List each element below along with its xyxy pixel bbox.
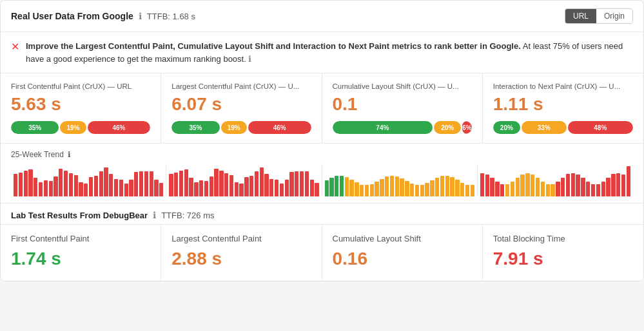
- trend-bar-1-20: [269, 179, 273, 196]
- trend-bar-1-16: [249, 176, 253, 196]
- lab-metric-card-1: Largest Contentful Paint2.88 s: [161, 224, 322, 281]
- trend-bar-1-2: [179, 171, 183, 196]
- crux-metric-bar-3: 20%33%48%: [493, 121, 633, 134]
- trend-bar-0-22: [124, 184, 128, 197]
- origin-toggle-button[interactable]: Origin: [596, 9, 632, 23]
- alert-text: Improve the Largest Contentful Paint, Cu…: [26, 40, 633, 65]
- trend-bar-2-22: [435, 178, 439, 196]
- trend-bar-3-24: [601, 182, 605, 196]
- trend-bar-2-18: [415, 185, 419, 196]
- trend-bar-1-10: [219, 171, 223, 196]
- trend-bar-0-29: [159, 183, 163, 196]
- trend-bar-0-23: [129, 180, 133, 196]
- trend-bar-1-25: [295, 171, 298, 196]
- trend-header: 25-Week Trend ℹ: [11, 150, 633, 159]
- trend-bar-1-29: [315, 183, 318, 196]
- trend-bar-0-17: [99, 171, 103, 196]
- trend-bar-3-28: [621, 175, 625, 196]
- trend-label: 25-Week Trend: [11, 150, 64, 159]
- crux-metric-bar-2: 74%20%6%: [333, 121, 472, 134]
- crux-metric-value-1: 6.07 s: [171, 94, 311, 115]
- trend-bar-3-17: [566, 174, 570, 196]
- trend-help-icon[interactable]: ℹ: [68, 150, 71, 159]
- trend-bar-0-6: [44, 180, 48, 196]
- trend-bar-3-7: [516, 178, 520, 196]
- trend-bar-2-17: [410, 184, 414, 196]
- crux-metrics-grid: First Contentful Paint (CrUX) — URL5.63 …: [1, 73, 643, 144]
- alert-close-icon[interactable]: ✕: [11, 41, 19, 53]
- bar-segment-3-1: 33%: [522, 121, 567, 134]
- trend-chart-2: [322, 164, 478, 196]
- trend-bar-0-9: [59, 169, 63, 196]
- bar-segment-2-0: 74%: [333, 121, 433, 134]
- trend-bar-1-15: [244, 177, 248, 196]
- trend-chart-1: [166, 164, 322, 196]
- trend-bar-2-25: [450, 177, 454, 196]
- trend-bar-2-1: [329, 178, 333, 196]
- bar-segment-3-2: 48%: [568, 121, 633, 134]
- trend-bar-2-9: [370, 184, 374, 196]
- trend-bar-0-25: [139, 171, 143, 196]
- trend-bar-3-20: [581, 178, 585, 196]
- trend-bar-1-26: [300, 171, 304, 196]
- bar-segment-3-0: 20%: [493, 121, 520, 134]
- lab-header: Lab Test Results From DebugBear ℹ TTFB: …: [1, 203, 643, 224]
- lab-metrics-grid: First Contentful Paint1.74 sLargest Cont…: [1, 224, 643, 281]
- lab-metric-card-0: First Contentful Paint1.74 s: [1, 224, 161, 281]
- crux-metric-label-1: Largest Contentful Paint (CrUX) — U...: [171, 82, 311, 90]
- bar-segment-0-2: 46%: [88, 121, 151, 134]
- lab-metric-label-2: Cumulative Layout Shift: [333, 234, 472, 243]
- trend-bar-0-19: [109, 174, 113, 196]
- lab-metric-value-0: 1.74 s: [11, 249, 150, 269]
- trend-bar-2-2: [335, 176, 338, 196]
- header-info-icon[interactable]: ℹ: [139, 11, 142, 21]
- crux-metric-value-2: 0.1: [333, 94, 472, 115]
- bar-segment-1-1: 19%: [221, 121, 247, 134]
- trend-bar-1-19: [264, 174, 268, 196]
- trend-bar-0-16: [94, 176, 98, 196]
- trend-bar-1-28: [310, 180, 314, 196]
- crux-metric-card-0: First Contentful Paint (CrUX) — URL5.63 …: [1, 73, 161, 143]
- trend-bar-0-7: [49, 181, 53, 196]
- trend-bar-2-15: [400, 178, 404, 196]
- alert-bold-text: Improve the Largest Contentful Paint, Cu…: [26, 41, 521, 51]
- trend-bar-2-28: [465, 185, 469, 196]
- crux-metric-card-2: Cumulative Layout Shift (CrUX) — U...0.1…: [322, 73, 483, 143]
- trend-bar-1-3: [184, 169, 188, 196]
- trend-bar-0-0: [14, 174, 17, 196]
- trend-bar-3-5: [505, 184, 509, 196]
- bar-segment-2-2: 6%: [462, 121, 471, 134]
- trend-bar-1-12: [229, 175, 233, 196]
- trend-bar-0-28: [154, 180, 158, 196]
- trend-bar-3-12: [541, 182, 545, 196]
- trend-bar-3-23: [596, 184, 600, 196]
- trend-bar-1-9: [214, 169, 218, 196]
- trend-bar-1-23: [285, 180, 289, 196]
- lab-metric-label-3: Total Blocking Time: [493, 234, 633, 243]
- trend-bar-2-16: [405, 181, 409, 196]
- trend-bar-0-8: [54, 176, 57, 196]
- trend-bar-2-8: [365, 185, 369, 196]
- lab-metric-card-3: Total Blocking Time7.91 s: [483, 224, 643, 281]
- lab-metric-label-0: First Contentful Paint: [11, 234, 150, 243]
- url-toggle-button[interactable]: URL: [565, 9, 596, 23]
- alert-help-icon[interactable]: ℹ: [248, 54, 251, 64]
- trend-bar-3-26: [611, 174, 615, 196]
- trend-bar-1-17: [255, 171, 259, 196]
- trend-bar-2-27: [460, 183, 464, 196]
- lab-help-icon[interactable]: ℹ: [153, 210, 156, 220]
- trend-bar-1-27: [305, 171, 309, 196]
- trend-bar-1-14: [239, 184, 243, 196]
- bar-segment-0-0: 35%: [11, 121, 59, 134]
- trend-bar-0-12: [74, 175, 78, 196]
- trend-bar-0-3: [28, 169, 32, 196]
- trend-bar-3-21: [586, 182, 590, 196]
- trend-bar-0-20: [114, 179, 118, 196]
- trend-bar-3-25: [606, 178, 610, 196]
- trend-bar-2-0: [325, 180, 329, 196]
- bar-segment-0-1: 19%: [60, 121, 86, 134]
- trend-bar-1-18: [260, 167, 264, 196]
- trend-bar-3-13: [546, 184, 550, 196]
- trend-bar-3-1: [485, 175, 489, 196]
- trend-bar-0-4: [34, 178, 37, 196]
